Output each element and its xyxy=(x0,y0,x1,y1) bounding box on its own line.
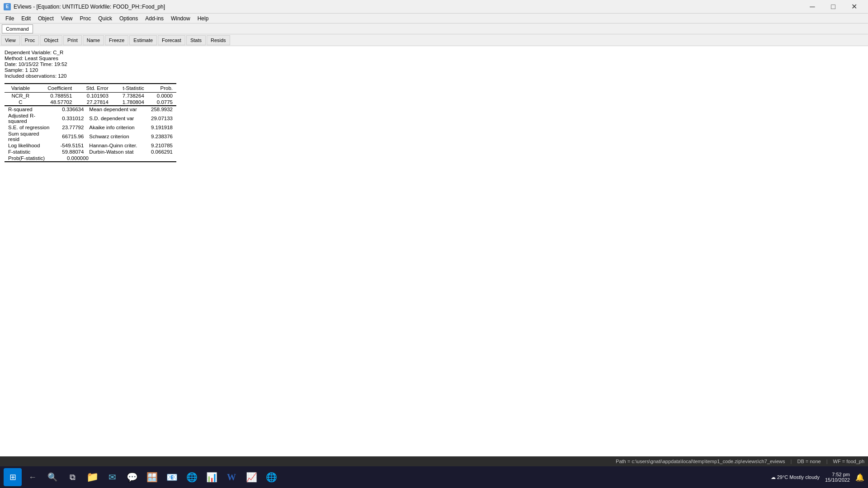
maximize-button[interactable]: □ xyxy=(823,0,844,14)
menu-item-quick[interactable]: Quick xyxy=(94,14,116,23)
menu-bar: FileEditObjectViewProcQuickOptionsAdd-in… xyxy=(0,14,868,23)
main-content: Dependent Variable: C_R Method: Least Sq… xyxy=(0,46,868,166)
stats-left-label: S.E. of regression xyxy=(5,124,54,131)
status-db: DB = none xyxy=(797,459,821,464)
weather-info: ☁ 29°C Mostly cloudy xyxy=(771,474,820,480)
stats-left-label: Sum squared resid xyxy=(5,131,54,142)
stats-right-label xyxy=(90,158,156,159)
regression-table-body: NCR_R0.7885510.1019037.7382640.0000C48.5… xyxy=(5,93,176,106)
windows-icon[interactable]: 🪟 xyxy=(143,468,161,486)
eviews-taskbar-icon[interactable]: 📈 xyxy=(242,468,260,486)
chat-icon[interactable]: 💬 xyxy=(123,468,141,486)
toolbar-btn-object[interactable]: Object xyxy=(40,35,62,45)
toolbar-btn-view[interactable]: View xyxy=(1,35,20,45)
notification-icon[interactable]: 🔔 xyxy=(855,473,864,482)
table-cell: 7.738264 xyxy=(112,93,148,99)
menu-item-options[interactable]: Options xyxy=(116,14,142,23)
stats-right-label: Hannan-Quinn criter. xyxy=(85,142,147,149)
menu-item-window[interactable]: Window xyxy=(167,14,194,23)
chrome-icon[interactable]: 🌐 xyxy=(262,468,280,486)
file-explorer-icon[interactable]: 📁 xyxy=(83,468,101,486)
minimize-button[interactable]: ─ xyxy=(802,0,823,14)
stats-right-label: Durbin-Watson stat xyxy=(85,149,147,155)
stats-left-label: Adjusted R-squared xyxy=(5,113,54,124)
excel-icon[interactable]: 📊 xyxy=(203,468,221,486)
mail-icon[interactable]: ✉ xyxy=(103,468,121,486)
col-std-error: Std. Error xyxy=(75,84,112,93)
stats-section: R-squared0.336634Mean dependent var258.9… xyxy=(5,106,176,162)
menu-item-object[interactable]: Object xyxy=(34,14,57,23)
menu-item-help[interactable]: Help xyxy=(194,14,212,23)
regression-table-container: Variable Coefficient Std. Error t-Statis… xyxy=(5,83,176,106)
table-cell: 1.780804 xyxy=(112,99,148,105)
menu-item-edit[interactable]: Edit xyxy=(18,14,34,23)
toolbar-btn-freeze[interactable]: Freeze xyxy=(105,35,128,45)
taskbar-time: 7:52 pm 15/10/2022 xyxy=(825,472,850,483)
status-wf: WF = food_ph xyxy=(833,459,864,464)
command-button[interactable]: Command xyxy=(2,24,33,33)
window-controls: ─ □ ✕ xyxy=(802,0,864,14)
start-button[interactable]: ⊞ xyxy=(4,468,22,486)
close-button[interactable]: ✕ xyxy=(844,0,864,14)
back-button[interactable]: ← xyxy=(24,468,42,486)
toolbar-btn-forecast[interactable]: Forecast xyxy=(158,35,185,45)
table-cell: 0.788551 xyxy=(37,93,76,99)
col-coefficient: Coefficient xyxy=(37,84,76,93)
status-path: Path = c:\users\gnati\appdata\local\temp… xyxy=(616,459,785,464)
col-t-statistic: t-Statistic xyxy=(112,84,148,93)
edge-icon[interactable]: 🌐 xyxy=(183,468,201,486)
stats-left-label: R-squared xyxy=(5,106,54,113)
stats-row: S.E. of regression23.77792Akaike info cr… xyxy=(5,124,176,131)
stats-right-label: Akaike info criterion xyxy=(85,124,147,131)
stats-row: Sum squared resid66715.96Schwarz criteri… xyxy=(5,131,176,142)
stats-right-value xyxy=(156,158,176,159)
stats-left-value: 23.77792 xyxy=(54,124,86,131)
task-view-button[interactable]: ⧉ xyxy=(63,468,81,486)
app-icon: E xyxy=(4,3,11,10)
method-line: Method: Least Squares xyxy=(5,56,863,61)
toolbar-btn-proc[interactable]: Proc xyxy=(21,35,39,45)
stats-right-label: Schwarz criterion xyxy=(85,133,147,140)
toolbar-btn-print[interactable]: Print xyxy=(63,35,82,45)
stats-left-value: 0.331012 xyxy=(54,115,86,122)
window-title: EViews - [Equation: UNTITLED Workfile: F… xyxy=(14,4,165,10)
stats-right-value: 9.210785 xyxy=(147,142,176,149)
search-button[interactable]: 🔍 xyxy=(43,468,61,486)
table-cell: 0.0775 xyxy=(148,99,176,105)
toolbar-btn-stats[interactable]: Stats xyxy=(186,35,206,45)
menu-item-add-ins[interactable]: Add-ins xyxy=(142,14,167,23)
stats-rows: R-squared0.336634Mean dependent var258.9… xyxy=(5,106,176,161)
toolbar-btn-estimate[interactable]: Estimate xyxy=(129,35,157,45)
regression-table: Variable Coefficient Std. Error t-Statis… xyxy=(5,84,176,105)
status-bar: Path = c:\users\gnati\appdata\local\temp… xyxy=(0,456,868,466)
taskbar: ⊞ ← 🔍 ⧉ 📁 ✉ 💬 🪟 📧 🌐 📊 W 📈 🌐 ☁ 29°C Mostl… xyxy=(0,466,868,488)
date-line: Date: 10/15/22 Time: 19:52 xyxy=(5,61,863,67)
observations-line: Included observations: 120 xyxy=(5,73,863,79)
table-header-row: Variable Coefficient Std. Error t-Statis… xyxy=(5,84,176,93)
toolbar-btn-resids[interactable]: Resids xyxy=(207,35,230,45)
dependent-var-line: Dependent Variable: C_R xyxy=(5,50,863,55)
stats-right-label: S.D. dependent var xyxy=(85,115,147,122)
word-icon[interactable]: W xyxy=(222,468,241,486)
menu-item-proc[interactable]: Proc xyxy=(76,14,95,23)
table-row: C48.5770227.278141.7808040.0775 xyxy=(5,99,176,105)
outlook-icon[interactable]: 📧 xyxy=(163,468,181,486)
stats-left-value: -549.5151 xyxy=(54,142,86,149)
stats-left-value: 59.88074 xyxy=(54,149,86,155)
taskbar-right: ☁ 29°C Mostly cloudy 7:52 pm 15/10/2022 … xyxy=(771,472,864,483)
col-variable: Variable xyxy=(5,84,37,93)
stats-right-value: 0.066291 xyxy=(147,149,176,155)
stats-left-label: Prob(F-statistic) xyxy=(5,155,57,161)
stats-right-value: 258.9932 xyxy=(147,106,176,113)
stats-left-label: F-statistic xyxy=(5,149,54,155)
table-cell: 48.57702 xyxy=(37,99,76,105)
menu-item-view[interactable]: View xyxy=(57,14,76,23)
table-cell: 27.27814 xyxy=(75,99,112,105)
stats-row: R-squared0.336634Mean dependent var258.9… xyxy=(5,106,176,113)
toolbar-btn-name[interactable]: Name xyxy=(83,35,104,45)
stats-right-value: 29.07133 xyxy=(147,115,176,122)
sample-line: Sample: 1 120 xyxy=(5,67,863,73)
menu-item-file[interactable]: File xyxy=(2,14,18,23)
toolbar: ViewProcObjectPrintNameFreezeEstimateFor… xyxy=(0,34,868,46)
taskbar-icons: ⊞ ← 🔍 ⧉ 📁 ✉ 💬 🪟 📧 🌐 📊 W 📈 🌐 xyxy=(4,468,280,486)
